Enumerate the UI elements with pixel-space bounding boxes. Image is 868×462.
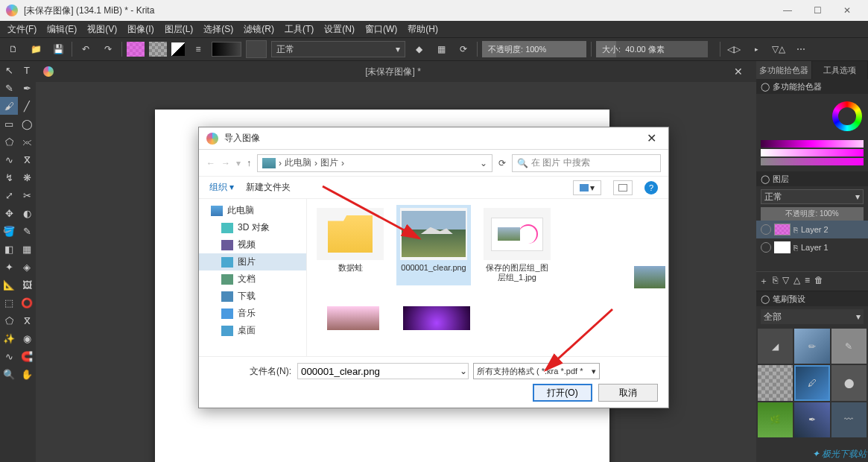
gradient-swatch[interactable] <box>212 42 241 57</box>
maximize-button[interactable]: ☐ <box>802 5 832 16</box>
color-select-tool[interactable]: ◉ <box>18 329 36 347</box>
view-mode-button[interactable]: ▾ <box>573 180 601 195</box>
doc-tab-close[interactable]: ✕ <box>728 63 749 80</box>
visibility-icon[interactable] <box>761 224 771 235</box>
tree-downloads[interactable]: 下载 <box>199 288 306 305</box>
delete-layer-button[interactable]: 🗑 <box>814 275 823 288</box>
layer-row-1[interactable]: ⎘ Layer 1 <box>756 238 868 256</box>
brush-preset[interactable]: 🖊 <box>794 365 829 400</box>
tree-thispc[interactable]: 此电脑 <box>199 202 306 219</box>
tab-color-picker[interactable]: 多功能拾色器 <box>756 61 812 79</box>
layer-blend-dropdown[interactable]: 正常▾ <box>761 189 864 204</box>
tree-pictures[interactable]: 图片 <box>199 253 306 270</box>
toolbar-more[interactable]: ⋯ <box>792 40 810 58</box>
layer-opacity-slider[interactable]: 不透明度: 100% <box>761 207 864 221</box>
gradient-tool[interactable]: ◧ <box>0 240 18 258</box>
contig-select-tool[interactable]: ✨ <box>0 329 18 347</box>
redo-button[interactable]: ↷ <box>99 40 117 58</box>
tree-3d[interactable]: 3D 对象 <box>199 219 306 236</box>
preview-pane-button[interactable] <box>613 180 633 195</box>
file-image-partial[interactable] <box>313 303 387 333</box>
tree-docs[interactable]: 文档 <box>199 270 306 288</box>
fg-bg-swap[interactable] <box>171 42 185 56</box>
mirror-v-button[interactable]: ▽△ <box>770 40 788 58</box>
edit-shape-tool[interactable]: ✎ <box>0 79 18 97</box>
eraser-toggle[interactable]: ◆ <box>410 40 428 58</box>
foreground-color-swatch[interactable] <box>127 42 145 57</box>
file-image-partial[interactable] <box>396 303 471 333</box>
text-tool[interactable]: T <box>18 61 36 79</box>
menu-select[interactable]: 选择(S) <box>199 22 238 37</box>
help-button[interactable]: ? <box>644 181 658 194</box>
menu-settings[interactable]: 设置(N) <box>320 22 359 37</box>
file-image[interactable]: 保存的图层组_图层组_1.jpg <box>480 205 554 285</box>
organize-button[interactable]: 组织 ▾ <box>209 181 234 194</box>
menu-view[interactable]: 视图(V) <box>83 22 121 37</box>
color-wheel-icon[interactable] <box>832 101 862 131</box>
sat-strip[interactable] <box>761 149 864 156</box>
layer-row-2[interactable]: ⎘ Layer 2 <box>756 221 868 238</box>
brush-preview[interactable] <box>246 40 267 58</box>
menu-file[interactable]: 文件(F) <box>3 22 41 37</box>
tree-desktop[interactable]: 桌面 <box>199 322 306 339</box>
path-breadcrumb[interactable]: › 此电脑 › 图片 › ⌄ <box>257 154 492 172</box>
visibility-icon[interactable] <box>761 242 771 253</box>
menu-edit[interactable]: 编辑(E) <box>42 22 81 37</box>
fill-tool[interactable]: 🪣 <box>0 222 18 240</box>
brush-preset[interactable]: ✒ <box>794 402 829 437</box>
transform-tool[interactable]: ⤢ <box>0 186 18 204</box>
crop-tool[interactable]: ✂ <box>18 186 36 204</box>
opacity-slider[interactable]: 不透明度: 100% <box>482 41 586 57</box>
reload-button[interactable]: ⟳ <box>454 40 472 58</box>
save-doc-button[interactable]: 💾 <box>49 40 67 58</box>
zoom-tool[interactable]: 🔍 <box>0 365 18 383</box>
nav-forward-button[interactable]: → <box>221 158 230 168</box>
brush-preset[interactable] <box>758 365 793 400</box>
polyline-tool[interactable]: ⩙ <box>18 133 36 151</box>
duplicate-layer-button[interactable]: ⎘ <box>773 275 778 288</box>
pattern-swatch[interactable] <box>149 42 167 57</box>
multi-brush-tool[interactable]: ❋ <box>18 168 36 186</box>
dialog-close-button[interactable]: ✕ <box>642 130 661 147</box>
poly-select-tool[interactable]: ⬠ <box>0 311 18 329</box>
file-image-selected[interactable]: 000001_clear.png <box>396 205 471 285</box>
brush-preset[interactable]: ◢ <box>758 329 793 364</box>
brush-preset[interactable]: ⬤ <box>831 365 867 400</box>
ellipse-select-tool[interactable]: ⭕ <box>18 294 36 311</box>
brush-preset[interactable]: 🌿 <box>758 402 793 437</box>
search-input[interactable]: 🔍 在 图片 中搜索 <box>512 154 661 172</box>
magnetic-select-tool[interactable]: 🧲 <box>18 347 36 365</box>
assist-tool[interactable]: ◈ <box>18 258 36 276</box>
polygon-tool[interactable]: ⬠ <box>0 133 18 151</box>
new-folder-button[interactable]: 新建文件夹 <box>246 181 291 194</box>
doc-tab-title[interactable]: [未保存图像] * <box>58 66 728 78</box>
mirror-h-button[interactable]: ◁▷ <box>725 40 743 58</box>
calligraphy-tool[interactable]: ✒ <box>18 79 36 97</box>
undo-button[interactable]: ↶ <box>77 40 95 58</box>
new-doc-button[interactable]: 🗋 <box>4 40 22 58</box>
open-button[interactable]: 打开(O) <box>533 384 592 402</box>
breadcrumb-pictures[interactable]: 图片 <box>320 156 338 169</box>
blend-mode-dropdown[interactable]: 正常▾ <box>271 41 405 57</box>
dynamic-brush-tool[interactable]: ↯ <box>0 168 18 186</box>
breadcrumb-dropdown[interactable]: ⌄ <box>480 158 487 168</box>
bezier-tool[interactable]: ∿ <box>0 151 18 168</box>
menu-tools[interactable]: 工具(T) <box>280 22 318 37</box>
add-layer-button[interactable]: ＋ <box>759 275 768 288</box>
tree-music[interactable]: 音乐 <box>199 305 306 322</box>
deform-tool[interactable]: ◐ <box>18 204 36 222</box>
toolbar-icon-1[interactable]: ≡ <box>189 40 207 58</box>
val-strip[interactable] <box>761 158 864 165</box>
filename-input[interactable] <box>297 363 469 379</box>
menu-help[interactable]: 帮助(H) <box>403 22 443 37</box>
line-tool[interactable]: ╱ <box>18 97 36 115</box>
mirror-h-arrow[interactable]: ▸ <box>747 40 765 58</box>
pan-tool[interactable]: ✋ <box>18 365 36 383</box>
breadcrumb-thispc[interactable]: 此电脑 <box>285 156 311 169</box>
color-wheel-area[interactable] <box>756 94 868 139</box>
nav-up-button[interactable]: ↑ <box>247 158 251 168</box>
open-doc-button[interactable]: 📁 <box>27 40 45 58</box>
minimize-button[interactable]: — <box>773 5 802 16</box>
measure-tool[interactable]: 📐 <box>0 276 18 294</box>
rect-select-tool[interactable]: ⬚ <box>0 294 18 311</box>
